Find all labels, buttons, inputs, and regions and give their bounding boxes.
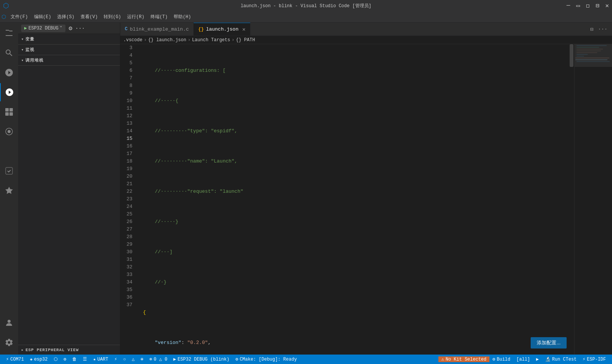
callstack-header[interactable]: ▾ 调用堆栈	[18, 56, 120, 65]
activity-account[interactable]	[0, 314, 18, 332]
debug-more-icon[interactable]: ···	[75, 25, 85, 31]
menu-run[interactable]: 运行(R)	[124, 12, 148, 22]
menu-help[interactable]: 帮助(H)	[171, 12, 194, 22]
code-text-7: //·········"request": "launch"	[143, 188, 243, 195]
vertical-scrollbar[interactable]	[569, 44, 574, 355]
vscode-icon: ⬡	[3, 2, 9, 10]
status-plus[interactable]: ⊕	[138, 355, 146, 364]
callstack-section: ▾ 调用堆栈	[18, 55, 120, 65]
activity-run[interactable]	[0, 83, 18, 101]
linenum-32: 32	[120, 263, 137, 271]
maximize-icon[interactable]: ◻	[586, 2, 590, 9]
tab-bar: C blink_example_main.c {} launch.json ✕ …	[120, 23, 612, 36]
status-port[interactable]: ⚡ COM71	[3, 355, 27, 364]
scrollbar-thumb[interactable]	[570, 44, 573, 67]
activity-settings[interactable]	[0, 333, 18, 352]
variables-header[interactable]: ▾ 变量	[18, 35, 120, 43]
status-errors[interactable]: ⊗ 0 △ 0	[146, 355, 170, 364]
activity-explorer[interactable]	[0, 24, 18, 42]
status-build[interactable]: △	[129, 355, 138, 364]
debug-config-selector[interactable]: ▶ ESP32 DEBUG ˅	[21, 25, 65, 32]
status-flash[interactable]: ⚡	[111, 355, 120, 364]
hamburger-icon: ☰	[83, 356, 87, 362]
menu-view[interactable]: 查看(V)	[78, 12, 101, 22]
menu-select[interactable]: 选择(S)	[54, 12, 78, 22]
close-icon[interactable]: ✕	[605, 2, 609, 9]
device-icon: ◈	[30, 357, 33, 362]
run-icon: ▶	[536, 356, 539, 362]
status-target[interactable]: [all]	[513, 357, 533, 362]
status-espidf[interactable]: ⚡ ESP-IDF	[579, 356, 609, 362]
status-debug-config[interactable]: ▶ ESP32 DEBUG (blink)	[170, 355, 232, 364]
activity-esp3[interactable]	[0, 162, 18, 180]
esp-hex-icon: ⬡	[54, 356, 57, 362]
settings-cog-icon: ⚙	[64, 356, 66, 362]
linenum-35: 35	[120, 286, 137, 294]
code-text-10: //·}	[143, 279, 166, 286]
svg-point-5	[8, 130, 11, 133]
menu-edit[interactable]: 编辑(E)	[31, 12, 54, 22]
linenum-24: 24	[120, 203, 137, 211]
activity-extensions[interactable]	[0, 103, 18, 121]
code-line-10: //·}	[140, 279, 569, 286]
variables-label: 变量	[25, 36, 34, 42]
tab-blink-main[interactable]: C blink_example_main.c	[120, 23, 194, 36]
code-key-12: "version"	[143, 339, 181, 347]
minimap-viewport[interactable]	[575, 44, 612, 67]
status-menu-btn[interactable]: ☰	[80, 355, 90, 364]
activity-esp2[interactable]	[0, 142, 18, 160]
status-uart[interactable]: ★ UART	[90, 355, 111, 364]
breadcrumb-path[interactable]: {} PATH	[236, 37, 255, 43]
status-settings-btn[interactable]: ⚙	[61, 355, 69, 364]
watch-header[interactable]: ▾ 监视	[18, 45, 120, 54]
status-build-btn[interactable]: ⚙ Build	[489, 356, 513, 362]
code-text-5: //·········"type": "espidf",	[143, 127, 238, 135]
linenum-11: 11	[120, 105, 137, 112]
titlebar-controls[interactable]: ─ ▭ ◻ ⊟ ✕	[567, 2, 609, 9]
status-cancel[interactable]: ○	[120, 355, 129, 364]
split-editor-icon[interactable]: ⊟	[589, 25, 595, 33]
tab-launch-json[interactable]: {} launch.json ✕	[194, 23, 250, 36]
esp-peripheral-label: ESP PERIPHERAL VIEW	[25, 348, 79, 352]
linenum-15: 15	[120, 135, 137, 143]
code-line-4: //·····{	[140, 97, 569, 105]
status-esp-icon-1[interactable]: ⬡	[51, 355, 61, 364]
activity-esp4[interactable]	[0, 181, 18, 200]
tab-more-icon[interactable]: ···	[596, 25, 609, 33]
tab-close-icon[interactable]: ✕	[242, 26, 245, 33]
titlebar-title: launch.json - blink - Visual Studio Code…	[241, 3, 371, 9]
breadcrumb-file[interactable]: {} launch.json	[148, 37, 186, 43]
restore-icon[interactable]: ▭	[576, 2, 580, 9]
menu-goto[interactable]: 转到(G)	[101, 12, 124, 22]
status-device[interactable]: ◈ esp32	[27, 355, 51, 364]
linenum-7: 7	[120, 74, 137, 82]
linenum-12: 12	[120, 112, 137, 120]
status-cmake[interactable]: ⚙ CMake: [Debug]: Ready	[232, 355, 300, 364]
tab-c-icon: C	[125, 26, 127, 32]
tab-json-icon: {}	[198, 27, 203, 32]
breadcrumb-vscode[interactable]: .vscode	[123, 37, 142, 43]
status-run-btn[interactable]: ▶	[533, 356, 542, 362]
divider-3	[18, 65, 120, 66]
status-no-kit[interactable]: ⚠ No Kit Selected	[438, 356, 489, 362]
code-line-9: //···]	[140, 248, 569, 256]
variables-section: ▾ 变量	[18, 34, 120, 44]
menu-file[interactable]: 文件(F)	[8, 12, 31, 22]
status-ctest[interactable]: 🔬 Run CTest	[542, 356, 580, 362]
code-content[interactable]: //·····configurations: [ //·····{ //····…	[140, 44, 569, 355]
activity-esp1[interactable]	[0, 122, 18, 141]
debug-gear-icon[interactable]: ⚙	[68, 25, 72, 32]
linenum-30: 30	[120, 248, 137, 256]
esp-peripheral-header[interactable]: ▸ ESP PERIPHERAL VIEW	[18, 346, 120, 354]
add-config-button[interactable]: 添加配置...	[531, 337, 567, 349]
menu-terminal[interactable]: 终端(T)	[148, 12, 171, 22]
minimap-svg	[575, 44, 612, 355]
activity-search[interactable]	[0, 44, 18, 62]
split-icon[interactable]: ⊟	[596, 2, 600, 9]
minimize-icon[interactable]: ─	[567, 2, 570, 9]
activity-git[interactable]	[0, 64, 18, 82]
breadcrumb-targets[interactable]: Launch Targets	[192, 37, 230, 43]
status-delete-btn[interactable]: 🗑	[69, 355, 80, 364]
linenum-20: 20	[120, 173, 137, 180]
status-ctest-label: Run CTest	[552, 357, 577, 362]
